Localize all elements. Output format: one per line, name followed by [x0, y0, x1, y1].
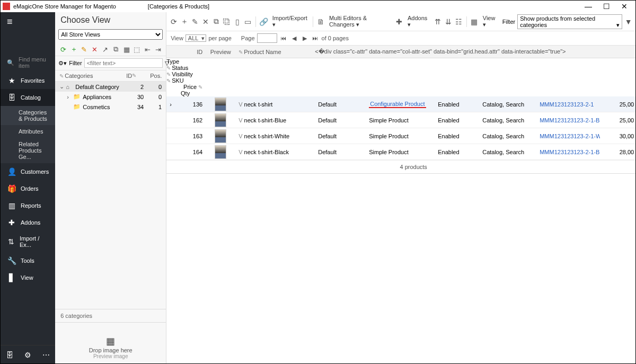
filter-label-main: Filter — [502, 19, 515, 25]
sort-desc-icon[interactable]: ⇊ — [444, 17, 453, 26]
nav-import-export[interactable]: ⇅Import / Ex... — [1, 231, 55, 252]
col-qty[interactable]: Qty — [166, 90, 190, 96]
nav-orders[interactable]: 🎁Orders — [1, 180, 55, 197]
expand-icon[interactable]: ⬚ — [134, 45, 141, 54]
product-row[interactable]: 164V neck t-shirt-BlackDefaultSimple Pro… — [166, 144, 636, 160]
col-product-id[interactable]: ID — [174, 48, 206, 56]
sort-asc-icon[interactable]: ⇈ — [434, 17, 442, 26]
footer-settings-icon[interactable]: ⚙ — [19, 345, 37, 364]
expand-nav-icon[interactable]: ⇥ — [154, 45, 162, 54]
col-visibility[interactable]: ✎Visibility — [166, 71, 224, 77]
first-page-icon[interactable]: ⏮ — [279, 35, 288, 41]
filter-label: Filter — [69, 60, 82, 66]
col-sku[interactable]: ✎SKU — [166, 77, 230, 84]
nav-tools[interactable]: 🔧Tools — [1, 252, 55, 269]
page-label: Page — [241, 35, 255, 41]
nav-addons[interactable]: ✚Addons — [1, 214, 55, 231]
clone-icon[interactable]: ⧉ — [212, 17, 220, 26]
addons-menu[interactable]: Addons ▾ — [405, 14, 431, 29]
move-icon[interactable]: ↗ — [102, 45, 109, 54]
nav-search[interactable]: 🔍 Find menu item — [1, 53, 55, 72]
app-section: [Categories & Products] — [148, 3, 209, 10]
category-row[interactable]: ›📁Appliances300 — [55, 92, 166, 102]
columns2-icon[interactable]: ☷ — [455, 17, 463, 26]
view-menu[interactable]: View ▾ — [481, 14, 500, 29]
col-pos: Pos. — [144, 73, 162, 79]
add-product-icon[interactable]: ＋ — [180, 17, 189, 26]
copy2-icon[interactable]: ⿻ — [223, 17, 231, 26]
nav-customers[interactable]: 👤Customers — [1, 163, 55, 180]
prev-page-icon[interactable]: ◀ — [290, 35, 298, 42]
nav-categories-products[interactable]: Categories & Products — [1, 106, 55, 125]
search-icon: 🔍 — [7, 59, 14, 66]
add-icon[interactable]: ＋ — [70, 45, 77, 54]
edit-product-icon[interactable]: ✎ — [191, 17, 199, 26]
col-id: ID — [114, 73, 132, 79]
footer-store-icon[interactable]: 🗄 — [1, 345, 19, 364]
transfer-icon: ⇅ — [7, 237, 15, 246]
user-icon: 👤 — [7, 167, 16, 176]
category-row[interactable]: 📁Cosmetics341 — [55, 102, 166, 112]
last-page-icon[interactable]: ⏭ — [311, 35, 320, 41]
col-price[interactable]: Price ✎ — [166, 84, 204, 90]
edit-icon[interactable]: ✎ — [81, 45, 88, 54]
col-product-name[interactable]: ✎Product Name — [235, 48, 315, 56]
columns-icon: ▋ — [7, 273, 16, 282]
product-row[interactable]: ›136V neck t-shirtDefaultConfigurable Pr… — [166, 96, 636, 112]
app-title: eMagicOne Store Manager for Magento — [13, 3, 116, 10]
product-row[interactable]: 162V neck t-shirt-BlueDefaultSimple Prod… — [166, 112, 636, 128]
refresh-icon[interactable]: ⟳ — [59, 45, 67, 54]
col-preview[interactable]: Preview — [206, 48, 235, 56]
gift-icon: 🎁 — [7, 184, 16, 193]
product-row[interactable]: 163V neck t-shirt-WhiteDefaultSimple Pro… — [166, 128, 636, 144]
nav-attributes[interactable]: Attributes — [1, 125, 55, 138]
funnel2-icon[interactable]: ▼ — [624, 17, 633, 26]
nav-related-products[interactable]: Related Products Ge... — [1, 138, 55, 163]
next-page-icon[interactable]: ▶ — [301, 35, 309, 42]
star-icon: ★ — [7, 76, 16, 85]
page-input[interactable] — [257, 33, 277, 43]
nav-reports[interactable]: ▥Reports — [1, 197, 55, 214]
choose-view-title: Choose View — [55, 12, 166, 28]
col-edit-icon: ✎ — [132, 73, 143, 79]
nav-catalog[interactable]: 🗄Catalog — [1, 89, 55, 106]
store-view-select[interactable]: All Store Views — [58, 29, 163, 40]
box-icon: 🗄 — [7, 93, 16, 102]
maximize-button[interactable]: ☐ — [597, 2, 615, 11]
footer-more-icon[interactable]: ⋯ — [37, 345, 55, 364]
col-status[interactable]: ✎Status — [166, 65, 211, 71]
grid2-icon[interactable]: ▭ — [244, 17, 252, 26]
collapse-nav-icon[interactable]: ⇤ — [144, 45, 151, 54]
gear-icon[interactable]: ⚙▾ — [58, 60, 67, 67]
filter-input[interactable] — [84, 58, 163, 68]
grid1-icon[interactable]: ▯ — [233, 17, 242, 26]
close-button[interactable]: ✕ — [615, 2, 633, 11]
image-drop-zone[interactable]: ▦ Drop image here Preview image — [55, 322, 166, 364]
puzzle2-icon[interactable]: ✚ — [395, 17, 403, 26]
menu-toggle[interactable]: ≡ — [1, 12, 55, 32]
minimize-button[interactable]: — — [579, 2, 597, 11]
import-export-menu[interactable]: Import/Export ▾ — [270, 14, 310, 29]
nav-view[interactable]: ▋View — [1, 269, 55, 286]
plus-icon: ▦ — [60, 335, 161, 347]
page-of-label: of 0 pages — [322, 35, 349, 41]
multi-editors-menu[interactable]: Multi Editors & Changers ▾ — [327, 14, 393, 29]
doc-icon[interactable]: 🗎 — [316, 17, 325, 26]
col-categories: ✎Categories — [59, 73, 114, 79]
view-icon[interactable]: ▦ — [470, 17, 479, 26]
filter-dropdown[interactable]: Show products from selected categories — [517, 14, 622, 29]
link-icon[interactable]: 🔗 — [259, 17, 268, 26]
col-type[interactable]: Type — [166, 58, 235, 65]
category-row[interactable]: ⌄⌂Default Category20 — [55, 82, 166, 92]
delete-product-icon[interactable]: ✕ — [201, 17, 210, 26]
wrench-icon: 🔧 — [7, 256, 16, 265]
grid-footer: 4 products — [166, 160, 636, 174]
page-size-select[interactable]: ALL — [186, 34, 207, 42]
user-block — [1, 32, 55, 53]
delete-icon[interactable]: ✕ — [91, 45, 99, 54]
paste-icon[interactable]: ▦ — [123, 45, 130, 54]
copy-icon[interactable]: ⧉ — [112, 45, 120, 54]
refresh-products-icon[interactable]: ⟳ — [170, 17, 178, 26]
nav-favorites[interactable]: ★Favorites — [1, 72, 55, 89]
category-count: 6 categories — [55, 309, 166, 322]
